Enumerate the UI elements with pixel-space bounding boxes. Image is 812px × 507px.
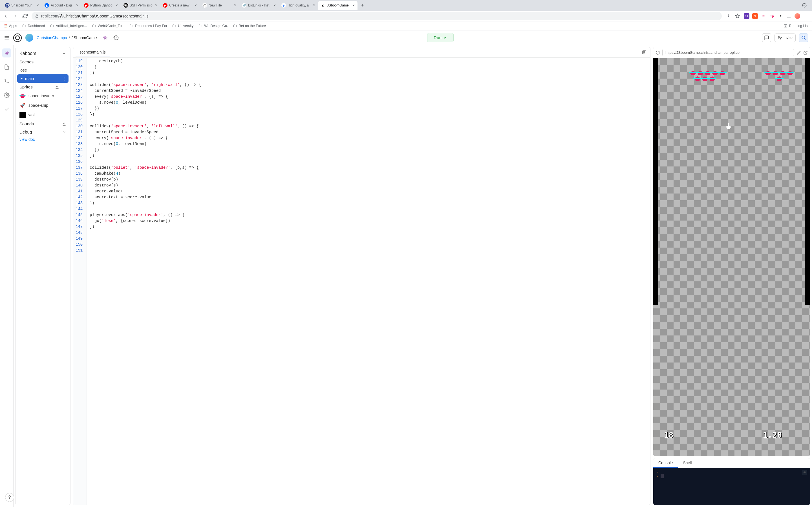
new-tab-button[interactable]: + (357, 3, 367, 8)
plus-icon[interactable] (62, 60, 66, 64)
game-wall-left (653, 58, 658, 305)
play-icon (443, 36, 447, 40)
rail-settings-icon[interactable] (2, 91, 11, 100)
browser-tab[interactable]: DEVSSH Permissio× (121, 1, 160, 10)
more-icon[interactable]: ⋮ (62, 76, 66, 81)
svg-rect-7 (6, 25, 7, 26)
timer-display: 1.20 (763, 431, 782, 440)
svg-rect-2 (4, 24, 4, 25)
sb-debug[interactable]: Debug (15, 128, 70, 136)
sb-kaboom[interactable]: Kaboom (15, 49, 70, 58)
reading-list[interactable]: Reading List (783, 24, 809, 28)
close-icon[interactable]: × (116, 3, 118, 8)
bookmark-item[interactable]: Web&Code_Tuts (92, 24, 124, 28)
bookmark-item[interactable]: University (172, 24, 193, 28)
sprite-invader[interactable]: space-invader (15, 91, 70, 101)
browser-tab[interactable]: ▶Create a new × (160, 1, 200, 10)
view-doc-link[interactable]: view doc (15, 136, 70, 143)
url-input[interactable]: replit.com/@ChristianChampa/JSboomGame#s… (32, 12, 722, 20)
star-icon[interactable] (735, 13, 740, 18)
tab-shell[interactable]: Shell (678, 458, 697, 468)
forward-icon[interactable] (13, 13, 18, 18)
bookmark-item[interactable]: Bet on the Future (233, 24, 266, 28)
close-icon[interactable]: × (76, 3, 79, 8)
svg-rect-3 (5, 24, 6, 25)
edit-icon[interactable] (797, 50, 801, 55)
search-icon[interactable] (799, 33, 808, 42)
tab-overflow-icon[interactable] (799, 3, 810, 8)
upload-icon[interactable] (62, 122, 66, 126)
rail-files-icon[interactable] (2, 62, 11, 71)
back-icon[interactable] (3, 13, 8, 18)
close-icon[interactable]: × (155, 3, 157, 8)
close-icon[interactable]: × (273, 3, 276, 8)
history-icon[interactable] (113, 35, 119, 41)
ext-1[interactable]: 11 (744, 13, 749, 19)
browser-tab[interactable]: ◐JSboomGame× (318, 1, 357, 10)
chevron-down-icon (62, 51, 66, 56)
download-icon[interactable] (726, 13, 731, 18)
rail-vcs-icon[interactable] (2, 76, 11, 86)
close-icon[interactable]: × (195, 3, 197, 8)
game-wall-right (805, 58, 810, 305)
browser-tab[interactable]: 🔗BioLinks - Inst× (239, 1, 278, 10)
replit-logo[interactable] (13, 33, 22, 42)
code-editor[interactable]: 1191201211221231241251261271281291301311… (73, 58, 650, 505)
console-output[interactable]: › › ⌫ (653, 468, 810, 505)
output-reload-icon[interactable] (656, 50, 660, 55)
tab-favicon: DEV (123, 3, 128, 8)
svg-point-12 (13, 34, 21, 42)
game-canvas[interactable]: 18 1.20 (653, 58, 810, 456)
bookmark-item[interactable]: Resources I Pay For (130, 24, 167, 28)
editor-tab-main[interactable]: scenes/main.js (75, 48, 110, 57)
chevron-down-icon (62, 130, 66, 134)
invite-button[interactable]: Invite (774, 34, 796, 42)
language-icon[interactable]: 👾 (101, 34, 109, 41)
output-url-input[interactable] (662, 49, 794, 56)
bookmark-item[interactable]: We Design Gu. (199, 24, 228, 28)
close-icon[interactable]: × (313, 3, 315, 8)
tab-console[interactable]: Console (653, 458, 678, 468)
close-icon[interactable]: × (352, 3, 355, 8)
scene-main[interactable]: main ⋮ (17, 74, 68, 83)
tool-rail: 👾 (0, 45, 13, 507)
open-external-icon[interactable] (803, 50, 808, 55)
browser-tab[interactable]: ◐Account - Digi× (42, 1, 81, 10)
bookmark-item[interactable]: Artificial_Intelligen... (50, 24, 87, 28)
bookmark-item[interactable]: Dashboard (22, 24, 45, 28)
plus-icon[interactable] (62, 85, 66, 89)
ext-puzzle[interactable]: ✦ (777, 13, 783, 19)
sprite-wall[interactable]: wall (15, 110, 70, 120)
menu-icon[interactable] (4, 35, 10, 41)
chat-icon[interactable] (762, 33, 771, 42)
reload-icon[interactable] (22, 13, 28, 18)
close-icon[interactable]: × (37, 3, 39, 8)
upload-icon[interactable] (55, 85, 59, 89)
browser-tab[interactable]: JSSharpen Your× (2, 1, 42, 10)
owner-link[interactable]: ChristianChampa (37, 36, 67, 40)
profile-avatar[interactable] (795, 13, 800, 19)
browser-tab[interactable]: ◆High quality, a× (278, 1, 318, 10)
console-pane: Console Shell › › ⌫ (653, 458, 810, 505)
clear-console-icon[interactable]: ⌫ (802, 470, 807, 475)
run-button[interactable]: Run (427, 33, 454, 42)
sprite-ship[interactable]: 🚀 space-ship (15, 101, 70, 110)
rail-kaboom-icon[interactable]: 👾 (2, 48, 11, 57)
ext-4[interactable]: Tp (769, 13, 775, 19)
scene-lose[interactable]: lose (15, 66, 70, 74)
bookmark-item[interactable]: Apps (3, 24, 17, 28)
bookmarks-bar: AppsDashboardArtificial_Intelligen...Web… (0, 21, 812, 31)
menu-icon[interactable]: ⋮ (803, 13, 809, 19)
ext-2[interactable]: 9 (752, 13, 758, 19)
ext-3[interactable]: ⚛ (761, 13, 766, 19)
editor-menu-icon[interactable] (641, 49, 648, 56)
user-avatar[interactable] (26, 34, 33, 42)
rail-check-icon[interactable] (2, 105, 11, 114)
browser-tab[interactable]: ◯New File× (200, 1, 239, 10)
help-button[interactable]: ? (5, 493, 14, 502)
browser-tab[interactable]: ▶Python Django× (81, 1, 121, 10)
ext-media[interactable] (786, 13, 792, 19)
svg-point-18 (6, 95, 7, 96)
svg-point-15 (802, 36, 805, 39)
close-icon[interactable]: × (234, 3, 236, 8)
